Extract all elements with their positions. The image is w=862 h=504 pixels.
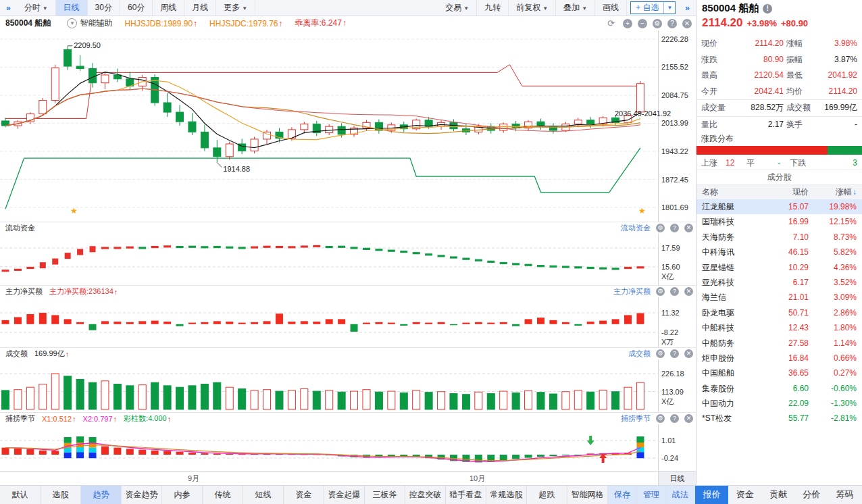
stock-row-江龙船艇[interactable]: 江龙船艇15.0719.98%: [696, 199, 862, 214]
panel-settings-icon[interactable]: ⚙: [656, 414, 665, 423]
panel-name-link[interactable]: 成交额: [628, 349, 651, 359]
low-price-annotation: 1914.88: [223, 165, 250, 173]
toolbar-button-0[interactable]: 交易▼: [438, 0, 477, 16]
add-watchlist-button[interactable]: + 自选▼: [630, 1, 676, 14]
distribution-counts: 上涨12平-下跌3: [696, 156, 862, 170]
expand-right-icon[interactable]: »: [679, 3, 696, 13]
action-tab-管理[interactable]: 管理: [637, 486, 666, 504]
quote-tab-分价[interactable]: 分价: [795, 486, 828, 504]
panel-settings-icon[interactable]: ⚙: [656, 287, 665, 296]
strategy-tab-传统[interactable]: 传统: [203, 486, 243, 504]
zoom-in-icon[interactable]: +: [623, 19, 632, 28]
stock-row-中船科技[interactable]: 中船科技12.431.80%: [696, 320, 862, 335]
chart-area[interactable]: ★★2226.282155.522084.752013.991943.22187…: [0, 30, 696, 471]
strategy-tab-选股[interactable]: 选股: [41, 486, 81, 504]
col-header-pct[interactable]: 涨幅↓: [809, 185, 857, 199]
stock-row-中科海讯[interactable]: 中科海讯46.155.82%: [696, 245, 862, 259]
stock-row-中船防务[interactable]: 中船防务27.581.14%: [696, 336, 862, 351]
strategy-tab-三板斧[interactable]: 三板斧: [365, 486, 405, 504]
panel-help-icon[interactable]: ?: [670, 287, 679, 296]
stock-row-炬申股份[interactable]: 炬申股份16.840.66%: [696, 351, 862, 366]
col-header-name[interactable]: 名称: [702, 185, 761, 199]
quote-tab-报价[interactable]: 报价: [695, 486, 728, 504]
panel-help-icon[interactable]: ?: [670, 349, 679, 358]
action-tab-战法[interactable]: 战法: [666, 486, 695, 504]
toolbar-button-4[interactable]: 画线: [595, 0, 627, 16]
panel-close-icon[interactable]: ✕: [684, 224, 693, 232]
current-price-annotation: 2036.49-2041.92: [615, 109, 671, 118]
stock-row-中国船舶[interactable]: 中国船舶36.650.27%: [696, 366, 862, 380]
stock-name: 中船防务: [702, 336, 761, 351]
strategy-tab-内参[interactable]: 内参: [162, 486, 203, 504]
strategy-tab-常规选股[interactable]: 常规选股: [486, 486, 527, 504]
panel-name-link[interactable]: 主力净买额: [613, 286, 651, 297]
period-tab-label: 60分: [128, 3, 145, 12]
strategy-tab-资金[interactable]: 资金: [284, 486, 324, 504]
refresh-icon[interactable]: ⟳: [607, 18, 615, 28]
stock-row-中国动力[interactable]: 中国动力22.09-1.30%: [696, 396, 862, 411]
quote-title: 850004 船舶!: [702, 2, 772, 15]
stock-row-卧龙电驱[interactable]: 卧龙电驱50.712.86%: [696, 305, 862, 320]
chevron-down-icon: ▼: [663, 2, 675, 14]
chevron-down-icon: ▼: [242, 5, 247, 11]
stat-value: 3.87%: [817, 52, 857, 68]
strategy-tab-趋势[interactable]: 趋势: [81, 486, 122, 504]
info-icon[interactable]: !: [763, 4, 772, 14]
panel-settings-icon[interactable]: ⚙: [656, 349, 665, 358]
stock-row-集泰股份[interactable]: 集泰股份6.60-0.60%: [696, 381, 862, 396]
expand-left-icon[interactable]: »: [0, 3, 17, 13]
strategy-tab-超跌[interactable]: 超跌: [527, 486, 567, 504]
period-tab-周线[interactable]: 周线: [153, 0, 184, 16]
stock-row-亚星锚链[interactable]: 亚星锚链10.294.36%: [696, 260, 862, 275]
quote-tab-筹码[interactable]: 筹码: [828, 486, 861, 504]
close-icon[interactable]: ✕: [682, 19, 692, 28]
period-indicator[interactable]: 日线: [658, 472, 696, 485]
toolbar-button-3[interactable]: 叠加▼: [556, 0, 595, 16]
strategy-tab-智能网格[interactable]: 智能网格: [567, 486, 608, 504]
period-tab-分时[interactable]: 分时▼: [17, 0, 56, 16]
strategy-tab-猎手看盘[interactable]: 猎手看盘: [446, 486, 486, 504]
stock-row-国瑞科技[interactable]: 国瑞科技16.9912.15%: [696, 214, 862, 229]
strategy-tab-默认[interactable]: 默认: [0, 486, 41, 504]
zoom-out-icon[interactable]: −: [638, 19, 647, 28]
chevron-down-icon: ▼: [463, 5, 469, 11]
action-tab-保存[interactable]: 保存: [608, 486, 637, 504]
stock-change-pct: -2.81%: [809, 411, 857, 426]
distribution-up-segment: [696, 146, 828, 155]
stock-row-海兰信[interactable]: 海兰信21.013.09%: [696, 290, 862, 305]
period-tab-月线[interactable]: 月线: [184, 0, 216, 16]
toolbar-button-2[interactable]: 前复权▼: [509, 0, 556, 16]
y-axis-label: 2155.52: [661, 63, 695, 71]
panel-help-icon[interactable]: ?: [670, 224, 679, 232]
panel-close-icon[interactable]: ✕: [684, 287, 693, 296]
strategy-tab-短线[interactable]: 短线: [243, 486, 284, 504]
quote-tab-贡献[interactable]: 贡献: [761, 486, 794, 504]
period-tab-30分[interactable]: 30分: [88, 0, 120, 16]
settings-icon[interactable]: ⚙: [653, 19, 662, 28]
panel-settings-icon[interactable]: ⚙: [656, 224, 665, 232]
panel-help-icon[interactable]: ?: [670, 414, 679, 423]
strategy-tab-资金起爆[interactable]: 资金起爆: [324, 486, 365, 504]
chevron-down-icon: ▼: [582, 5, 587, 11]
period-tab-更多[interactable]: 更多▼: [216, 0, 255, 16]
panel-name-link[interactable]: 流动资金: [621, 223, 651, 233]
period-tab-日线[interactable]: 日线: [56, 0, 88, 16]
panel-close-icon[interactable]: ✕: [684, 349, 693, 358]
panel-close-icon[interactable]: ✕: [684, 414, 693, 423]
stock-row-*ST松发[interactable]: *ST松发55.77-2.81%: [696, 411, 862, 426]
stock-row-天海防务[interactable]: 天海防务7.108.73%: [696, 230, 862, 245]
change-amount: +80.90: [781, 18, 808, 28]
panel-name-link[interactable]: 捕捞季节: [621, 413, 651, 424]
strategy-tab-控盘突破[interactable]: 控盘突破: [405, 486, 446, 504]
quote-tab-资金[interactable]: 资金: [728, 486, 761, 504]
help-icon[interactable]: ?: [667, 19, 677, 28]
price-chart-svg[interactable]: ★★: [0, 30, 658, 471]
toolbar-button-1[interactable]: 九转: [477, 0, 509, 16]
strategy-tab-资金趋势[interactable]: 资金趋势: [122, 486, 162, 504]
stock-change-pct: 19.98%: [809, 199, 857, 214]
period-tab-label: 周线: [160, 3, 176, 12]
col-header-price[interactable]: 现价: [761, 185, 809, 199]
period-tab-60分[interactable]: 60分: [120, 0, 153, 16]
smart-assist-toggle[interactable]: ▼智能辅助: [67, 18, 112, 29]
stock-row-亚光科技[interactable]: 亚光科技6.173.52%: [696, 275, 862, 290]
